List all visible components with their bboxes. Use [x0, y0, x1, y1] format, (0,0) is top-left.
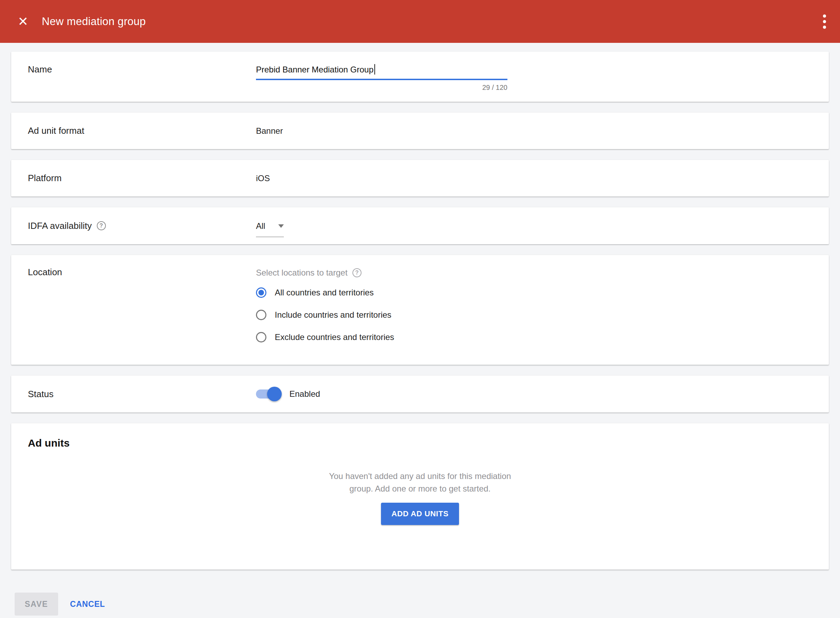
help-icon[interactable]: ?	[97, 221, 106, 230]
add-ad-units-button[interactable]: ADD AD UNITS	[381, 503, 459, 525]
location-label: Location	[28, 255, 256, 278]
location-card: Location Select locations to target ? Al…	[11, 255, 829, 365]
status-toggle-thumb[interactable]	[267, 387, 282, 401]
platform-label: Platform	[28, 173, 256, 184]
ad-units-heading: Ad units	[28, 437, 812, 449]
ad-unit-format-value: Banner	[256, 126, 829, 136]
location-helper-text: Select locations to target	[256, 267, 347, 278]
idfa-label: IDFA availability	[28, 220, 92, 231]
name-char-counter: 29 / 120	[256, 83, 508, 92]
status-value: Enabled	[289, 389, 320, 399]
idfa-dropdown[interactable]: All	[256, 221, 284, 237]
radio-unselected-icon[interactable]	[256, 310, 266, 320]
idfa-card: IDFA availability ? All	[11, 207, 829, 244]
name-label: Name	[28, 64, 256, 75]
ad-unit-format-label: Ad unit format	[28, 125, 256, 136]
kebab-dot	[823, 25, 826, 28]
status-card: Status Enabled	[11, 376, 829, 413]
save-button[interactable]: SAVE	[15, 593, 58, 615]
status-label: Status	[28, 389, 256, 400]
ad-unit-format-card: Ad unit format Banner	[11, 113, 829, 149]
form-page: Name Prebid Banner Mediation Group 29 / …	[0, 52, 840, 570]
name-input-value: Prebid Banner Mediation Group	[256, 65, 374, 74]
radio-option-all-countries[interactable]: All countries and territories	[256, 285, 829, 300]
name-input[interactable]: Prebid Banner Mediation Group	[256, 64, 508, 80]
app-header: ✕ New mediation group	[0, 0, 840, 43]
page-title: New mediation group	[42, 15, 146, 28]
radio-unselected-icon[interactable]	[256, 332, 266, 342]
chevron-down-icon	[278, 224, 284, 228]
close-icon[interactable]: ✕	[15, 15, 31, 28]
radio-selected-icon[interactable]	[256, 287, 266, 298]
kebab-dot	[823, 14, 826, 18]
footer-actions: SAVE CANCEL	[15, 593, 840, 615]
ad-units-empty-text: You haven't added any ad units for this …	[318, 470, 522, 495]
radio-option-include-countries[interactable]: Include countries and territories	[256, 307, 829, 322]
overflow-menu-button[interactable]	[819, 11, 830, 32]
idfa-selected-value: All	[256, 221, 266, 231]
radio-option-exclude-countries[interactable]: Exclude countries and territories	[256, 330, 829, 345]
kebab-dot	[823, 20, 826, 23]
platform-card: Platform iOS	[11, 160, 829, 196]
name-card: Name Prebid Banner Mediation Group 29 / …	[11, 52, 829, 102]
status-toggle[interactable]	[256, 389, 279, 398]
platform-value: iOS	[256, 174, 829, 183]
help-icon[interactable]: ?	[352, 268, 362, 277]
text-cursor	[374, 64, 375, 74]
cancel-button[interactable]: CANCEL	[70, 600, 105, 609]
ad-units-card: Ad units You haven't added any ad units …	[11, 423, 829, 570]
